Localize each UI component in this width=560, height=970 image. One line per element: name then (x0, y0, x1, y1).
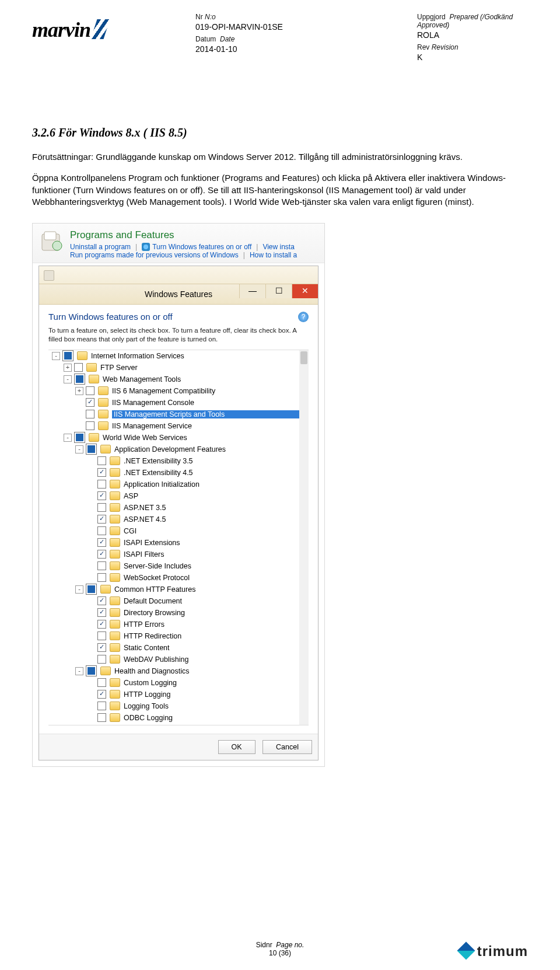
close-button[interactable]: ✕ (292, 284, 318, 298)
tree-item[interactable]: +FTP Server (48, 362, 309, 374)
tree-item[interactable]: ASP.NET 3.5 (48, 502, 309, 514)
tree-checkbox[interactable] (97, 515, 106, 524)
tree-checkbox[interactable] (97, 725, 106, 725)
tree-toggle[interactable]: - (75, 585, 83, 594)
features-tree[interactable]: -Internet Information Services+FTP Serve… (48, 350, 309, 725)
doc-number: 019-OPI-MARVIN-01SE (195, 22, 318, 32)
tree-checkbox[interactable] (97, 561, 106, 570)
tree-toggle[interactable]: - (52, 352, 60, 360)
tree-item[interactable]: Custom Logging (48, 677, 309, 689)
tree-label: Static Content (124, 644, 309, 652)
window-titlebar[interactable]: Windows Features — ☐ ✕ (39, 284, 318, 305)
tree-item[interactable]: -Common HTTP Features (48, 584, 309, 595)
link-run-previous[interactable]: Run programs made for previous versions … (70, 251, 239, 259)
tree-item[interactable]: -Internet Information Services (48, 350, 309, 362)
tree-item[interactable]: -Web Management Tools (48, 374, 309, 385)
tree-item[interactable]: WebDAV Publishing (48, 654, 309, 665)
tree-item[interactable]: WebSocket Protocol (48, 572, 309, 584)
tree-checkbox[interactable] (97, 608, 106, 617)
tree-checkbox[interactable] (86, 444, 97, 455)
tree-item[interactable]: ASP (48, 490, 309, 502)
logo-text: marvin (32, 18, 90, 41)
tree-checkbox[interactable] (97, 620, 106, 629)
link-uninstall[interactable]: Uninstall a program (70, 243, 131, 251)
scrollbar-thumb[interactable] (300, 351, 307, 364)
tree-toggle[interactable]: - (75, 667, 83, 675)
tree-item[interactable]: Directory Browsing (48, 607, 309, 619)
tree-item[interactable]: ASP.NET 4.5 (48, 514, 309, 525)
tree-checkbox[interactable] (62, 350, 74, 361)
ok-button[interactable]: OK (218, 740, 256, 754)
tree-item[interactable]: ISAPI Extensions (48, 537, 309, 549)
tree-item[interactable]: -World Wide Web Services (48, 432, 309, 444)
tree-checkbox[interactable] (97, 538, 106, 547)
link-view-installed[interactable]: View insta (262, 243, 294, 251)
minimize-button[interactable]: — (239, 284, 265, 298)
tree-item[interactable]: ODBC Logging (48, 712, 309, 724)
tree-toggle[interactable]: - (75, 445, 83, 453)
tree-checkbox[interactable] (97, 491, 106, 500)
cancel-button[interactable]: Cancel (262, 740, 312, 754)
tree-item[interactable]: Static Content (48, 642, 309, 654)
link-how-install[interactable]: How to install a (250, 251, 297, 259)
tree-item[interactable]: IIS Management Console (48, 397, 309, 409)
tree-item[interactable]: HTTP Errors (48, 619, 309, 630)
tree-checkbox[interactable] (74, 374, 85, 385)
tree-checkbox[interactable] (86, 665, 97, 676)
tree-item[interactable]: HTTP Logging (48, 689, 309, 700)
tree-checkbox[interactable] (97, 550, 106, 559)
tree-item[interactable]: IIS Management Service (48, 420, 309, 432)
tree-checkbox[interactable] (74, 432, 85, 443)
tree-checkbox[interactable] (97, 456, 106, 465)
tree-item[interactable]: -Application Development Features (48, 444, 309, 455)
tree-checkbox[interactable] (97, 480, 106, 489)
folder-icon (98, 398, 108, 407)
tree-checkbox[interactable] (97, 631, 106, 640)
tree-checkbox[interactable] (97, 702, 106, 710)
tree-item[interactable]: Application Initialization (48, 479, 309, 490)
tree-item[interactable]: Logging Tools (48, 700, 309, 712)
tree-item[interactable]: CGI (48, 525, 309, 537)
page-number: 10 (36) (269, 949, 291, 957)
tree-checkbox[interactable] (97, 713, 106, 722)
tree-toggle[interactable]: + (75, 387, 83, 395)
tree-checkbox[interactable] (97, 690, 106, 699)
tree-checkbox[interactable] (97, 596, 106, 605)
tree-checkbox[interactable] (86, 386, 94, 395)
tree-item[interactable]: -Health and Diagnostics (48, 665, 309, 677)
tree-label: ASP.NET 4.5 (124, 515, 309, 524)
tree-item[interactable]: Request Monitor (48, 724, 309, 725)
tree-item[interactable]: +IIS 6 Management Compatibility (48, 385, 309, 397)
folder-icon (110, 573, 120, 582)
tree-toggle[interactable]: - (64, 434, 72, 442)
tree-checkbox[interactable] (97, 655, 106, 664)
tree-checkbox[interactable] (97, 573, 106, 582)
tree-checkbox[interactable] (86, 410, 94, 418)
tree-label: IIS Management Scripts and Tools (112, 410, 309, 418)
tree-toggle[interactable]: - (64, 375, 72, 383)
tree-checkbox[interactable] (97, 468, 106, 477)
tree-item[interactable]: .NET Extensibility 3.5 (48, 455, 309, 467)
tree-checkbox[interactable] (74, 363, 83, 372)
tree-item[interactable]: ISAPI Filters (48, 549, 309, 560)
tree-checkbox[interactable] (86, 584, 97, 595)
help-icon[interactable]: ? (298, 312, 309, 322)
tree-item[interactable]: Default Document (48, 595, 309, 607)
tree-checkbox[interactable] (97, 503, 106, 512)
tree-checkbox[interactable] (97, 526, 106, 535)
tree-checkbox[interactable] (86, 398, 94, 407)
tree-item[interactable]: .NET Extensibility 4.5 (48, 467, 309, 479)
tree-checkbox[interactable] (97, 678, 106, 687)
tree-toggle[interactable]: + (64, 364, 72, 372)
maximize-button[interactable]: ☐ (265, 284, 292, 298)
tree-item[interactable]: Server-Side Includes (48, 560, 309, 572)
tree-checkbox[interactable] (97, 643, 106, 652)
link-turn-features[interactable]: Turn Windows features on or off (152, 243, 251, 251)
tree-item[interactable]: IIS Management Scripts and Tools (48, 409, 309, 420)
scrollbar[interactable] (299, 350, 309, 725)
tree-checkbox[interactable] (86, 421, 94, 430)
tree-label: FTP Server (100, 364, 309, 372)
tree-item[interactable]: HTTP Redirection (48, 630, 309, 642)
toolbar-icon (44, 270, 54, 281)
doc-header: marvin Nr N:o 019-OPI-MARVIN-01SE Datum … (0, 0, 560, 77)
